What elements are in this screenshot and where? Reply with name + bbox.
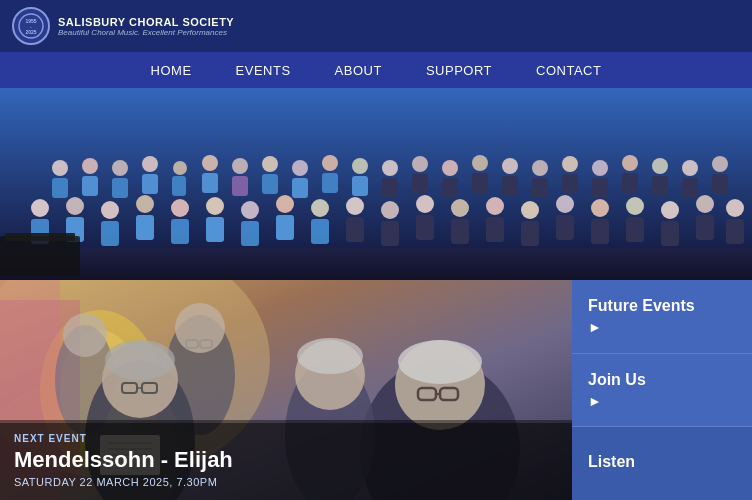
sidebar-item-listen-label: Listen	[588, 453, 736, 471]
svg-point-6	[52, 160, 68, 176]
svg-point-70	[346, 197, 364, 215]
svg-point-64	[241, 201, 259, 219]
svg-point-82	[556, 195, 574, 213]
svg-point-80	[521, 201, 539, 219]
future-events-arrow-icon: ►	[588, 319, 736, 335]
event-date: SATURDAY 22 MARCH 2025, 7.30pm	[14, 476, 558, 488]
svg-rect-89	[661, 221, 679, 246]
svg-point-42	[592, 160, 608, 176]
svg-point-10	[112, 160, 128, 176]
logo-circle: 1955 · 2025	[12, 7, 50, 45]
svg-rect-47	[652, 176, 668, 196]
svg-point-62	[206, 197, 224, 215]
main-content: NEXT EVENT Mendelssohn - Elijah SATURDAY…	[0, 280, 752, 500]
svg-point-90	[696, 195, 714, 213]
nav-item-about[interactable]: ABOUT	[313, 55, 404, 86]
svg-point-26	[352, 158, 368, 174]
svg-point-56	[101, 201, 119, 219]
event-title: Mendelssohn - Elijah	[14, 447, 558, 473]
org-tagline: Beautiful Choral Music. Excellent Perfor…	[58, 28, 234, 37]
svg-point-111	[105, 340, 175, 380]
svg-rect-49	[682, 178, 698, 198]
svg-rect-5	[0, 248, 752, 280]
svg-point-12	[142, 156, 158, 172]
svg-rect-83	[556, 215, 574, 240]
svg-rect-94	[0, 236, 80, 276]
svg-point-92	[726, 199, 744, 217]
site-header: 1955 · 2025 SALISBURY CHORAL SOCIETY Bea…	[0, 0, 752, 52]
sidebar-item-future-events[interactable]: Future Events ►	[572, 280, 752, 354]
svg-rect-13	[142, 174, 158, 194]
svg-rect-17	[202, 173, 218, 193]
svg-rect-67	[276, 215, 294, 240]
svg-point-68	[311, 199, 329, 217]
event-overlay: NEXT EVENT Mendelssohn - Elijah SATURDAY…	[0, 423, 572, 500]
next-event-label: NEXT EVENT	[14, 433, 558, 444]
svg-rect-71	[346, 217, 364, 242]
svg-point-8	[82, 158, 98, 174]
svg-rect-73	[381, 221, 399, 246]
main-nav: HOME EVENTS ABOUT SUPPORT CONTACT	[0, 52, 752, 88]
svg-point-72	[381, 201, 399, 219]
svg-rect-7	[52, 178, 68, 198]
svg-rect-31	[412, 174, 428, 194]
hero-image	[0, 88, 752, 280]
svg-rect-45	[622, 173, 638, 193]
svg-rect-23	[292, 178, 308, 198]
svg-rect-57	[101, 221, 119, 246]
sidebar-item-join-us[interactable]: Join Us ►	[572, 354, 752, 428]
svg-point-16	[202, 155, 218, 171]
nav-item-home[interactable]: HOME	[129, 55, 214, 86]
sidebar-item-future-events-label: Future Events	[588, 297, 736, 315]
svg-point-24	[322, 155, 338, 171]
nav-item-events[interactable]: EVENTS	[214, 55, 313, 86]
svg-point-46	[652, 158, 668, 174]
svg-rect-37	[502, 176, 518, 196]
svg-rect-91	[696, 215, 714, 240]
svg-rect-11	[112, 178, 128, 198]
svg-point-32	[442, 160, 458, 176]
svg-point-117	[398, 340, 482, 384]
svg-rect-63	[206, 217, 224, 242]
svg-point-84	[591, 199, 609, 217]
logo-text-area: SALISBURY CHORAL SOCIETY Beautiful Chora…	[58, 16, 234, 37]
svg-point-60	[171, 199, 189, 217]
svg-rect-29	[382, 178, 398, 198]
svg-rect-79	[486, 217, 504, 242]
svg-rect-61	[171, 219, 189, 244]
sidebar: Future Events ► Join Us ► Listen	[572, 280, 752, 500]
svg-point-36	[502, 158, 518, 174]
svg-rect-35	[472, 173, 488, 193]
svg-rect-15	[172, 176, 186, 196]
svg-rect-65	[241, 221, 259, 246]
svg-rect-43	[592, 178, 608, 198]
nav-item-contact[interactable]: CONTACT	[514, 55, 623, 86]
hero-choir	[0, 88, 752, 280]
svg-point-76	[451, 199, 469, 217]
svg-point-52	[31, 199, 49, 217]
svg-point-104	[63, 313, 107, 357]
svg-point-123	[297, 338, 363, 374]
svg-point-74	[416, 195, 434, 213]
svg-rect-9	[82, 176, 98, 196]
choir-svg	[0, 88, 752, 280]
event-image: NEXT EVENT Mendelssohn - Elijah SATURDAY…	[0, 280, 572, 500]
svg-rect-93	[726, 219, 744, 244]
logo-area: 1955 · 2025 SALISBURY CHORAL SOCIETY Bea…	[12, 7, 740, 45]
svg-point-50	[712, 156, 728, 172]
svg-rect-59	[136, 215, 154, 240]
svg-point-86	[626, 197, 644, 215]
nav-item-support[interactable]: SUPPORT	[404, 55, 514, 86]
svg-point-30	[412, 156, 428, 172]
svg-point-48	[682, 160, 698, 176]
join-us-arrow-icon: ►	[588, 393, 736, 409]
svg-point-58	[136, 195, 154, 213]
svg-rect-21	[262, 174, 278, 194]
svg-rect-87	[626, 217, 644, 242]
sidebar-item-listen[interactable]: Listen	[572, 427, 752, 500]
svg-text:2025: 2025	[25, 29, 36, 35]
svg-rect-75	[416, 215, 434, 240]
svg-rect-77	[451, 219, 469, 244]
svg-point-78	[486, 197, 504, 215]
svg-point-54	[66, 197, 84, 215]
